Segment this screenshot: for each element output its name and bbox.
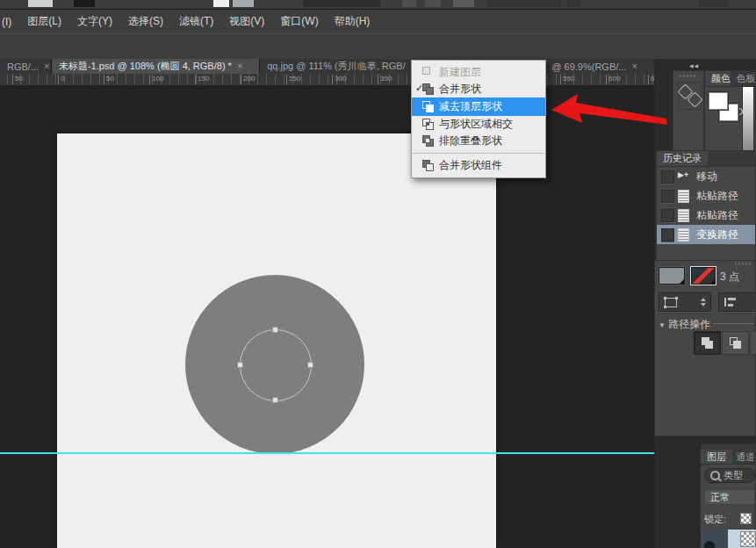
history-step-transform-path-selected[interactable]: 变换路径 xyxy=(657,225,755,244)
menu-option-label: 减去顶层形状 xyxy=(439,99,502,114)
menu-item-partial[interactable]: (I) xyxy=(0,16,19,28)
new-layer-icon xyxy=(422,67,434,78)
document-tab-active[interactable]: 未标题-1.psd @ 108% (椭圆 4, RGB/8) * × xyxy=(52,59,260,74)
window-fragment xyxy=(487,0,561,7)
combine-shapes-icon xyxy=(422,83,434,95)
tab-channels[interactable]: 通道 xyxy=(732,450,753,464)
lock-label: 锁定: xyxy=(704,513,726,526)
document-tab[interactable]: @ 69.9%(RGB/... × xyxy=(544,59,654,74)
path-operations-section-header[interactable]: ▼ 路径操作 xyxy=(659,317,710,332)
window-top-partial xyxy=(0,0,756,10)
history-step-label: 粘贴路径 xyxy=(696,208,738,223)
lock-transparency-icon[interactable] xyxy=(740,513,752,524)
menu-option-label: 合并形状 xyxy=(439,82,481,97)
document-icon xyxy=(678,190,689,202)
menu-item-layer[interactable]: 图层(L) xyxy=(19,14,69,29)
document-icon xyxy=(678,209,689,221)
path-anchor-left[interactable] xyxy=(237,362,243,368)
move-tool-icon: ▶+ xyxy=(678,170,689,183)
color-ramp-slider[interactable] xyxy=(742,86,754,151)
menu-item-help[interactable]: 帮助(H) xyxy=(327,14,378,29)
stroke-align-button[interactable] xyxy=(718,292,756,312)
menu-option-exclude-overlapping-shapes[interactable]: 排除重叠形状 xyxy=(412,133,545,149)
canvas-area[interactable] xyxy=(0,85,654,548)
layer-row[interactable] xyxy=(701,530,756,548)
properties-fill-swatch[interactable] xyxy=(659,267,685,285)
history-step-paste-path[interactable]: 粘贴路径 xyxy=(657,206,755,225)
menu-item-window[interactable]: 窗口(W) xyxy=(272,14,326,29)
path-anchor-right[interactable] xyxy=(307,362,313,368)
properties-stroke-swatch[interactable] xyxy=(691,267,716,285)
history-snapshot-well[interactable] xyxy=(661,228,674,242)
menu-option-subtract-front-shape[interactable]: 减去顶层形状 xyxy=(412,97,545,116)
menu-item-type[interactable]: 文字(Y) xyxy=(69,14,120,29)
history-panel: 历史记录 ▶+ 移动 粘贴路径 粘贴路径 xyxy=(656,150,756,263)
history-snapshot-well[interactable] xyxy=(661,209,674,222)
triangle-down-icon: ▼ xyxy=(659,321,666,329)
eye-visibility-well[interactable] xyxy=(704,541,715,548)
combine-shapes-tile[interactable] xyxy=(694,331,721,355)
layers-panel-tabs: 图层 通道 xyxy=(701,444,755,465)
foreground-color-swatch[interactable] xyxy=(709,92,728,110)
window-fragment xyxy=(213,0,229,7)
close-icon[interactable]: × xyxy=(631,61,637,71)
stroke-align-icon xyxy=(724,298,737,306)
history-snapshot-well[interactable] xyxy=(661,190,674,203)
ruler-tick: 200 xyxy=(241,75,255,84)
ruler-tick: 300 xyxy=(332,75,346,84)
tab-history[interactable]: 历史记录 xyxy=(657,151,708,166)
ruler-tick: 50 xyxy=(12,75,23,84)
menu-option-merge-shape-components[interactable]: 合并形状组件 xyxy=(412,157,545,174)
document-tab-title: qq.jpg @ 111% (秀川临摹, RGB/ xyxy=(267,60,405,73)
subtract-front-shape-tile[interactable] xyxy=(722,331,749,355)
menu-item-view[interactable]: 视图(V) xyxy=(221,14,272,29)
ruler-tick: 100 xyxy=(149,75,163,84)
menu-option-label: 与形状区域相交 xyxy=(439,117,513,132)
photoshop-window: (I) 图层(L) 文字(Y) 选择(S) 滤镜(T) 视图(V) 窗口(W) … xyxy=(0,0,756,548)
ruler-tick: 350 xyxy=(378,75,392,84)
history-snapshot-well[interactable] xyxy=(661,170,674,184)
history-step-move[interactable]: ▶+ 移动 xyxy=(657,167,755,186)
shapes-panel-button[interactable] xyxy=(678,82,702,110)
close-icon[interactable]: × xyxy=(237,61,242,71)
subtract-front-shape-icon xyxy=(730,337,741,349)
menu-option-new-layer: 新建图层 xyxy=(412,64,545,81)
tab-swatches[interactable]: 色板 xyxy=(731,71,756,86)
inner-circle-path[interactable] xyxy=(240,329,312,401)
panel-grip xyxy=(735,263,752,265)
window-fragment xyxy=(233,0,254,7)
path-anchor-top[interactable] xyxy=(272,327,278,333)
path-anchor-bottom[interactable] xyxy=(272,397,278,403)
close-icon[interactable]: × xyxy=(44,61,49,71)
right-dock: ◀◀ 颜色 色板 历史记录 xyxy=(654,59,756,548)
cyan-guide-line xyxy=(0,452,654,454)
menu-option-intersect-shape-areas[interactable]: 与形状区域相交 xyxy=(412,116,545,133)
history-step-paste-path[interactable]: 粘贴路径 xyxy=(657,186,755,206)
menu-bar: (I) 图层(L) 文字(Y) 选择(S) 滤镜(T) 视图(V) 窗口(W) … xyxy=(0,10,756,33)
intersect-tile-partial[interactable] xyxy=(750,331,756,355)
intersect-shapes-icon xyxy=(422,119,434,130)
menu-item-filter[interactable]: 滤镜(T) xyxy=(171,14,221,29)
window-fragment xyxy=(74,0,95,7)
window-fragment xyxy=(402,0,416,7)
spinner-icon xyxy=(701,298,706,306)
document-tab[interactable]: RGB/... × xyxy=(0,59,52,74)
ruler-tick: 50 xyxy=(104,75,114,84)
tab-layers[interactable]: 图层 xyxy=(701,450,732,464)
menu-option-combine-shapes[interactable]: ✓ 合并形状 xyxy=(412,81,545,97)
window-fragment xyxy=(453,0,474,7)
combine-shapes-icon xyxy=(702,337,713,349)
document-tab-title: @ 69.9%(RGB/... xyxy=(551,61,626,72)
tab-color[interactable]: 颜色 xyxy=(705,71,731,86)
blend-mode-dropdown[interactable]: 正常 xyxy=(704,489,755,505)
menu-item-select[interactable]: 选择(S) xyxy=(120,14,171,29)
collapse-panels-icon[interactable]: ◀◀ xyxy=(689,62,699,68)
horizontal-ruler[interactable]: 50 0 50 100 150 200 250 300 350 550 600 … xyxy=(0,74,654,86)
document-icon xyxy=(678,228,689,241)
color-panel: 颜色 色板 xyxy=(704,70,756,155)
layer-thumbnail[interactable] xyxy=(740,531,756,547)
properties-stroke-width: 3 点 xyxy=(720,270,739,285)
path-rect-icon xyxy=(665,298,677,307)
stroke-options-button[interactable] xyxy=(659,292,711,312)
layer-filter-box[interactable]: 类型 xyxy=(704,468,755,483)
